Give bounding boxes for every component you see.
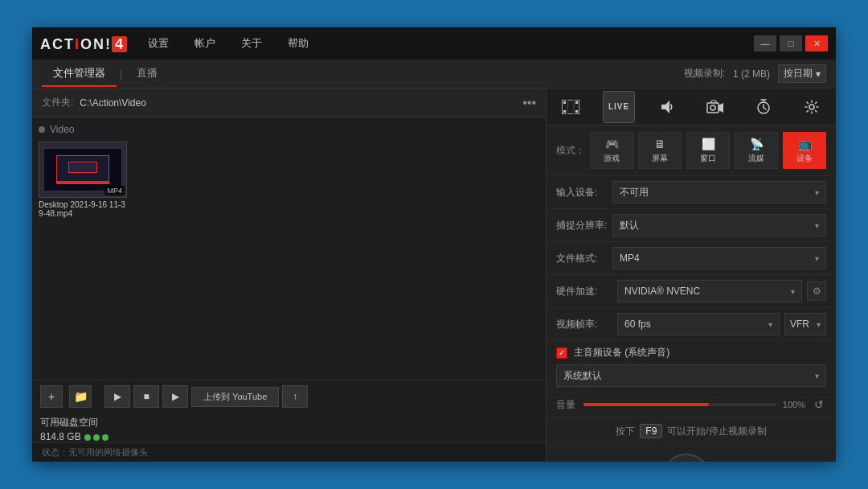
mode-device-label: 设备 xyxy=(796,153,813,164)
file-thumbnail[interactable]: MP4 Desktop 2021-9-16 11-39-48.mp4 xyxy=(39,142,127,218)
right-toolbar: LIVE xyxy=(547,88,836,125)
capture-resolution-label: 捕捉分辨率: xyxy=(556,219,612,232)
fps-select[interactable]: 60 fps ▾ xyxy=(617,313,780,335)
mode-screen-button[interactable]: 🖥 屏幕 xyxy=(638,132,682,169)
chevron-down-icon: ▾ xyxy=(815,188,819,197)
audio-section: ✓ 主音频设备 (系统声音) 系统默认 ▾ xyxy=(547,341,836,392)
audio-checkbox[interactable]: ✓ xyxy=(556,347,567,359)
gear-icon-button[interactable] xyxy=(796,91,828,123)
left-footer: + 📁 ▶ ■ ▶ 上传到 YouTube ↑ 可用磁盘空间 xyxy=(32,380,546,462)
chevron-down-icon-4: ▾ xyxy=(791,287,795,296)
hardware-accel-value: NVIDIA® NVENC xyxy=(624,286,700,297)
volume-reset-button[interactable]: ↺ xyxy=(812,397,826,412)
file-name-label: Desktop 2021-9-16 11-39-48.mp4 xyxy=(39,200,127,218)
file-browser: Video xyxy=(32,117,546,380)
audio-source-value: 系统默认 xyxy=(563,369,602,383)
audio-source-select[interactable]: 系统默认 ▾ xyxy=(556,364,826,387)
audio-icon-button[interactable] xyxy=(651,91,683,123)
video-framerate-row: 视频帧率: 60 fps ▾ VFR ▾ xyxy=(547,308,836,341)
volume-percent: 100% xyxy=(783,400,805,409)
mode-screen-label: 屏幕 xyxy=(652,153,668,164)
sort-select[interactable]: 按日期 ▾ xyxy=(778,64,826,83)
upload-youtube-button[interactable]: 上传到 YouTube xyxy=(191,387,279,407)
mode-device-button[interactable]: 📺 设备 xyxy=(783,132,826,169)
hardware-accel-row: 硬件加速: NVIDIA® NVENC ▾ ⚙ xyxy=(547,275,836,308)
volume-row: 音量 100% ↺ xyxy=(547,392,836,417)
svg-rect-8 xyxy=(707,103,719,113)
logo-version: 4 xyxy=(112,36,127,52)
vfr-select[interactable]: VFR ▾ xyxy=(784,313,826,335)
input-device-select[interactable]: 不可用 ▾ xyxy=(612,181,826,203)
folder-dot-icon xyxy=(39,126,45,133)
logo-text: ACTION!4 xyxy=(40,35,127,53)
mode-label: 模式： xyxy=(556,144,585,158)
chevron-down-icon-5: ▾ xyxy=(768,320,772,329)
mode-stream-button[interactable]: 📡 流媒 xyxy=(735,132,778,169)
menu-about[interactable]: 关于 xyxy=(236,35,267,52)
folder-bar: 文件夹: C:\Action\Video ••• xyxy=(32,88,546,117)
svg-rect-6 xyxy=(573,100,575,114)
dot-green-3 xyxy=(102,434,108,441)
chevron-down-icon-3: ▾ xyxy=(815,254,819,263)
folder-button[interactable]: 📁 xyxy=(69,385,92,408)
chevron-down-icon-2: ▾ xyxy=(815,221,819,230)
hardware-accel-select[interactable]: NVIDIA® NVENC ▾ xyxy=(617,280,802,302)
hotkey-row: 按下 F9 可以开始/停止视频录制 xyxy=(547,417,836,446)
film-icon-button[interactable] xyxy=(555,91,587,123)
svg-rect-5 xyxy=(567,100,568,114)
volume-bar[interactable] xyxy=(583,403,776,406)
right-panel: LIVE xyxy=(547,88,836,462)
disk-size: 814.8 GB xyxy=(40,431,81,442)
folder-more-button[interactable]: ••• xyxy=(522,96,536,110)
mode-window-label: 窗口 xyxy=(700,153,716,164)
mode-game-button[interactable]: 🎮 游戏 xyxy=(590,132,633,169)
hotkey-prefix: 按下 xyxy=(616,425,635,438)
app-window: ACTION!4 设置 帐户 关于 帮助 — □ ✕ 文件管理器 | 直播 视频… xyxy=(32,27,836,462)
tab-file-manager[interactable]: 文件管理器 xyxy=(42,61,117,87)
title-bar: ACTION!4 设置 帐户 关于 帮助 — □ ✕ xyxy=(32,27,836,60)
left-panel: 文件夹: C:\Action\Video ••• Video xyxy=(32,88,547,462)
dot-green-2 xyxy=(93,434,100,441)
play-button[interactable]: ▶ xyxy=(104,385,130,408)
window-controls: — □ ✕ xyxy=(754,35,828,51)
capture-resolution-select[interactable]: 默认 ▾ xyxy=(612,214,826,236)
minimize-button[interactable]: — xyxy=(754,35,776,51)
mode-window-button[interactable]: ⬜ 窗口 xyxy=(686,132,730,169)
youtube-icon[interactable]: ▶ xyxy=(162,385,188,408)
hardware-settings-button[interactable]: ⚙ xyxy=(807,281,826,301)
tab-right: 视频录制: 1 (2 MB) 按日期 ▾ xyxy=(684,64,826,83)
hotkey-suffix: 可以开始/停止视频录制 xyxy=(667,425,766,438)
app-logo: ACTION!4 xyxy=(40,35,127,53)
menu-settings[interactable]: 设置 xyxy=(143,35,174,52)
status-bar: 状态：无可用的网络摄像头 xyxy=(32,442,546,462)
timer-icon-button[interactable] xyxy=(747,91,780,123)
video-framerate-label: 视频帧率: xyxy=(556,318,612,331)
camera-icon-button[interactable] xyxy=(699,91,731,123)
mp4-badge: MP4 xyxy=(104,186,125,195)
file-grid: MP4 Desktop 2021-9-16 11-39-48.mp4 xyxy=(39,142,539,218)
rec-row: REC xyxy=(547,446,836,462)
svg-marker-7 xyxy=(661,101,669,113)
volume-fill xyxy=(583,403,709,406)
thumbnail-red-bar xyxy=(57,181,109,183)
mode-stream-label: 流媒 xyxy=(748,153,764,164)
add-button[interactable]: + xyxy=(40,385,63,408)
close-button[interactable]: ✕ xyxy=(805,35,828,51)
thumbnail-image: MP4 xyxy=(39,142,127,198)
status-text: 状态：无可用的网络摄像头 xyxy=(42,446,148,458)
export-button[interactable]: ↑ xyxy=(282,385,308,408)
maximize-button[interactable]: □ xyxy=(780,35,802,51)
folder-label: 文件夹: xyxy=(42,96,73,109)
thumbnail-inner xyxy=(56,155,110,185)
stop-button[interactable]: ■ xyxy=(133,385,159,408)
rec-button[interactable]: REC xyxy=(662,454,710,462)
tab-live[interactable]: 直播 xyxy=(125,61,169,87)
folder-path: C:\Action\Video xyxy=(80,97,516,109)
svg-rect-1 xyxy=(563,101,566,104)
file-format-select[interactable]: MP4 ▾ xyxy=(612,247,826,269)
live-button[interactable]: LIVE xyxy=(603,91,635,123)
menu-account[interactable]: 帐户 xyxy=(190,35,220,52)
chevron-down-icon-6: ▾ xyxy=(817,320,821,329)
disk-info-row: 可用磁盘空间 814.8 GB xyxy=(32,413,546,442)
menu-help[interactable]: 帮助 xyxy=(283,35,313,52)
